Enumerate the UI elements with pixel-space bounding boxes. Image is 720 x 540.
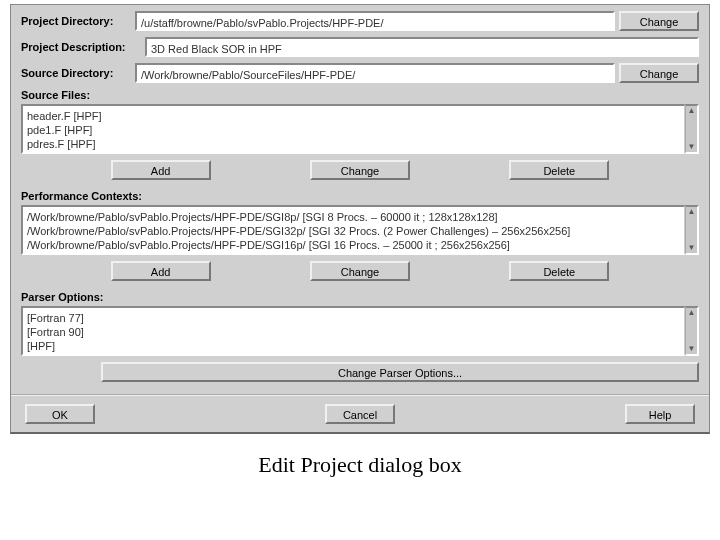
list-item[interactable]: pdres.F [HPF] bbox=[27, 137, 680, 151]
project-directory-label: Project Directory: bbox=[21, 15, 131, 27]
parser-options-buttons: Change Parser Options... bbox=[21, 360, 699, 388]
chevron-up-icon[interactable]: ▲ bbox=[688, 207, 696, 217]
source-directory-input[interactable]: /Work/browne/Pablo/SourceFiles/HPF-PDE/ bbox=[135, 63, 615, 83]
project-directory-change-button[interactable]: Change bbox=[619, 11, 699, 31]
help-button[interactable]: Help bbox=[625, 404, 695, 424]
source-directory-label: Source Directory: bbox=[21, 67, 131, 79]
list-item[interactable]: [Fortran 90] bbox=[27, 325, 680, 339]
source-files-scrollbar[interactable]: ▲ ▼ bbox=[685, 104, 699, 154]
cancel-button[interactable]: Cancel bbox=[325, 404, 395, 424]
source-files-label: Source Files: bbox=[21, 89, 699, 101]
source-files-container: header.F [HPF] pde1.F [HPF] pdres.F [HPF… bbox=[21, 104, 699, 154]
chevron-up-icon[interactable]: ▲ bbox=[688, 308, 696, 318]
list-item[interactable]: /Work/browne/Pablo/svPablo.Projects/HPF-… bbox=[27, 224, 680, 238]
performance-contexts-change-button[interactable]: Change bbox=[310, 261, 410, 281]
performance-contexts-scrollbar[interactable]: ▲ ▼ bbox=[685, 205, 699, 255]
list-item[interactable]: /Work/browne/Pablo/svPablo.Projects/HPF-… bbox=[27, 210, 680, 224]
source-files-change-button[interactable]: Change bbox=[310, 160, 410, 180]
project-description-label: Project Description: bbox=[21, 41, 141, 53]
dialog-body: Project Directory: /u/staff/browne/Pablo… bbox=[11, 5, 709, 394]
source-directory-change-button[interactable]: Change bbox=[619, 63, 699, 83]
project-description-input[interactable]: 3D Red Black SOR in HPF bbox=[145, 37, 699, 57]
source-files-buttons: Add Change Delete bbox=[21, 158, 699, 186]
list-item[interactable]: header.F [HPF] bbox=[27, 109, 680, 123]
source-files-add-button[interactable]: Add bbox=[111, 160, 211, 180]
list-item[interactable]: pde1.F [HPF] bbox=[27, 123, 680, 137]
performance-contexts-container: /Work/browne/Pablo/svPablo.Projects/HPF-… bbox=[21, 205, 699, 255]
source-files-delete-button[interactable]: Delete bbox=[509, 160, 609, 180]
project-directory-row: Project Directory: /u/staff/browne/Pablo… bbox=[21, 11, 699, 31]
parser-options-container: [Fortran 77] [Fortran 90] [HPF] ▲ ▼ bbox=[21, 306, 699, 356]
performance-contexts-delete-button[interactable]: Delete bbox=[509, 261, 609, 281]
list-item[interactable]: [Fortran 77] bbox=[27, 311, 680, 325]
performance-contexts-label: Performance Contexts: bbox=[21, 190, 699, 202]
parser-options-listbox[interactable]: [Fortran 77] [Fortran 90] [HPF] bbox=[21, 306, 685, 356]
list-item[interactable]: [HPF] bbox=[27, 339, 680, 353]
figure-caption: Edit Project dialog box bbox=[0, 452, 720, 478]
ok-button[interactable]: OK bbox=[25, 404, 95, 424]
dialog-footer: OK Cancel Help bbox=[11, 396, 709, 432]
source-directory-row: Source Directory: /Work/browne/Pablo/Sou… bbox=[21, 63, 699, 83]
project-directory-input[interactable]: /u/staff/browne/Pablo/svPablo.Projects/H… bbox=[135, 11, 615, 31]
list-item[interactable]: /Work/browne/Pablo/svPablo.Projects/HPF-… bbox=[27, 238, 680, 252]
chevron-down-icon[interactable]: ▼ bbox=[688, 243, 696, 253]
parser-options-label: Parser Options: bbox=[21, 291, 699, 303]
source-files-listbox[interactable]: header.F [HPF] pde1.F [HPF] pdres.F [HPF… bbox=[21, 104, 685, 154]
change-parser-options-button[interactable]: Change Parser Options... bbox=[101, 362, 699, 382]
chevron-up-icon[interactable]: ▲ bbox=[688, 106, 696, 116]
performance-contexts-buttons: Add Change Delete bbox=[21, 259, 699, 287]
performance-contexts-listbox[interactable]: /Work/browne/Pablo/svPablo.Projects/HPF-… bbox=[21, 205, 685, 255]
edit-project-dialog: Project Directory: /u/staff/browne/Pablo… bbox=[10, 4, 710, 434]
chevron-down-icon[interactable]: ▼ bbox=[688, 344, 696, 354]
chevron-down-icon[interactable]: ▼ bbox=[688, 142, 696, 152]
performance-contexts-add-button[interactable]: Add bbox=[111, 261, 211, 281]
project-description-row: Project Description: 3D Red Black SOR in… bbox=[21, 37, 699, 57]
parser-options-scrollbar[interactable]: ▲ ▼ bbox=[685, 306, 699, 356]
